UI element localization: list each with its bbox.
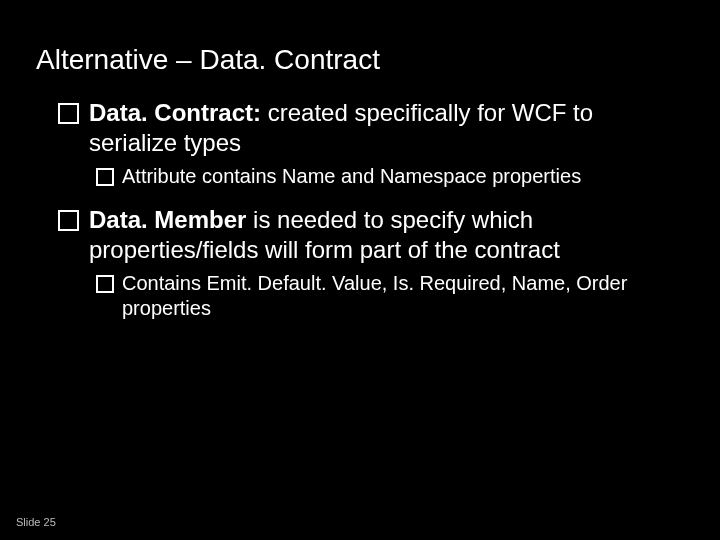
bullet-text: Data. Contract: created specifically for… bbox=[89, 98, 680, 158]
bullet-bold: Data. Contract: bbox=[89, 99, 261, 126]
square-bullet-icon bbox=[96, 168, 114, 186]
bullet-level1: Data. Contract: created specifically for… bbox=[58, 98, 680, 158]
bullet-level2: Contains Emit. Default. Value, Is. Requi… bbox=[96, 271, 680, 321]
slide: Alternative – Data. Contract Data. Contr… bbox=[0, 0, 720, 540]
square-bullet-icon bbox=[58, 210, 79, 231]
slide-number: Slide 25 bbox=[16, 516, 56, 528]
bullet-bold: Data. Member bbox=[89, 206, 246, 233]
bullet-text: Data. Member is needed to specify which … bbox=[89, 205, 680, 265]
bullet-level1: Data. Member is needed to specify which … bbox=[58, 205, 680, 265]
square-bullet-icon bbox=[96, 275, 114, 293]
subbullet-text: Attribute contains Name and Namespace pr… bbox=[122, 164, 680, 189]
slide-title: Alternative – Data. Contract bbox=[36, 44, 680, 76]
square-bullet-icon bbox=[58, 103, 79, 124]
subbullet-text: Contains Emit. Default. Value, Is. Requi… bbox=[122, 271, 680, 321]
bullet-level2: Attribute contains Name and Namespace pr… bbox=[96, 164, 680, 189]
